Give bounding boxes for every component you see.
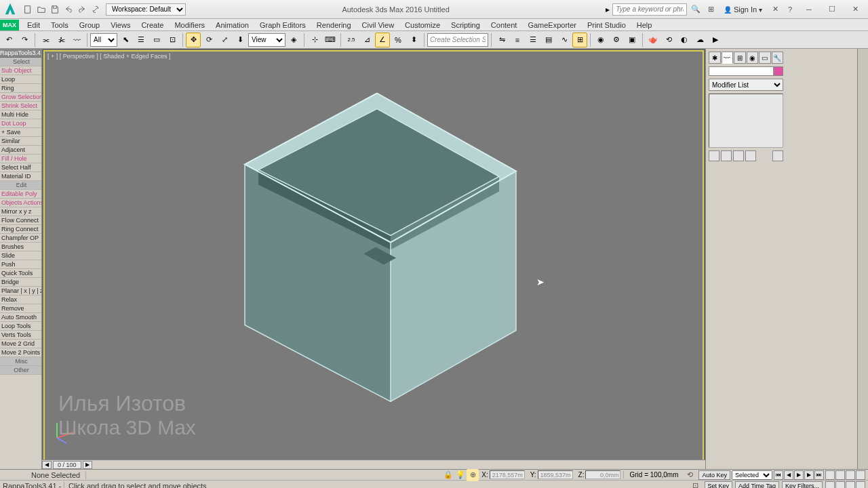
infocenter-icon[interactable]: ▸	[606, 5, 610, 14]
select-rectangle-icon[interactable]: ▭	[149, 33, 164, 47]
left-panel-item[interactable]: Quick Tools	[0, 269, 41, 278]
orbit-icon[interactable]	[846, 470, 855, 480]
goto-start-icon[interactable]: ⏮	[774, 470, 783, 480]
left-panel-item[interactable]: Multi Hide	[0, 110, 41, 119]
left-panel-item[interactable]: Select	[0, 58, 41, 66]
align-icon[interactable]: ≡	[510, 33, 525, 47]
use-pivot-center-icon[interactable]: ◈	[286, 33, 301, 47]
hierarchy-tab-icon[interactable]: ⊞	[734, 52, 746, 64]
menu-civil-view[interactable]: Civil View	[357, 19, 399, 30]
next-frame-icon[interactable]: ▶	[83, 461, 92, 469]
select-move-icon[interactable]: ✥	[186, 33, 201, 47]
left-panel-item[interactable]: Ring	[0, 84, 41, 93]
setkey-button[interactable]: Set Key	[705, 481, 733, 489]
key-filters-button[interactable]: Key Filters...	[782, 481, 823, 489]
left-panel-item[interactable]: Editable Poly	[0, 190, 41, 199]
pin-stack-icon[interactable]	[709, 150, 719, 161]
left-panel-item[interactable]: Select Half	[0, 163, 41, 172]
selection-lock-icon[interactable]: 🔒	[442, 469, 454, 481]
menu-group[interactable]: Group	[74, 19, 106, 30]
modifier-stack[interactable]	[709, 94, 783, 148]
zoom-extents-icon[interactable]	[825, 481, 835, 489]
angle-snap-icon[interactable]: ∠	[375, 33, 390, 47]
time-slider[interactable]: ◀ 0 / 100 ▶	[42, 460, 705, 469]
render-production-icon[interactable]: 🫖	[646, 33, 660, 47]
render-iterative-icon[interactable]: ⟲	[661, 33, 676, 47]
keyboard-shortcut-icon[interactable]: ⌨	[323, 33, 338, 47]
play-icon[interactable]: ▶	[794, 470, 804, 480]
material-editor-icon[interactable]: ◉	[593, 33, 608, 47]
left-panel-item[interactable]: Bridge	[0, 278, 41, 287]
left-panel-item[interactable]: Fill / Hole	[0, 155, 41, 163]
selection-filter-combo[interactable]: All	[90, 33, 117, 47]
activeshade-icon[interactable]: ◐	[677, 33, 692, 47]
x-coord-input[interactable]	[490, 470, 525, 479]
select-manipulate-icon[interactable]: ⊹	[307, 33, 322, 47]
left-panel-item[interactable]: Verts Tools	[0, 331, 41, 340]
menu-graph-editors[interactable]: Graph Editors	[254, 19, 311, 30]
left-panel-item[interactable]: Misc	[0, 357, 41, 366]
menu-modifiers[interactable]: Modifiers	[169, 19, 210, 30]
frame-indicator[interactable]: 0 / 100	[53, 461, 81, 469]
left-panel-item[interactable]: Auto Smooth	[0, 313, 41, 322]
zoom-extents-all-icon[interactable]	[835, 481, 845, 489]
left-panel-item[interactable]: Grow Selection	[0, 93, 41, 102]
menu-animation[interactable]: Animation	[210, 19, 254, 30]
key-filter-select[interactable]: Selected	[732, 470, 772, 480]
left-panel-item[interactable]: Planar | x | y | z	[0, 287, 41, 296]
y-coord-input[interactable]	[538, 470, 573, 479]
snap-2d-icon[interactable]: 2.5	[344, 33, 359, 47]
signin-link[interactable]: 👤 Sign In ▾	[719, 5, 766, 14]
left-panel-item[interactable]: Ring Connect	[0, 225, 41, 234]
menu-customize[interactable]: Customize	[399, 19, 446, 30]
left-panel-item[interactable]: Brushes	[0, 243, 41, 251]
left-panel-item[interactable]: Push	[0, 260, 41, 269]
menu-help[interactable]: Help	[631, 19, 658, 30]
render-setup-icon[interactable]: ⚙	[609, 33, 624, 47]
zoom-icon[interactable]	[835, 470, 845, 480]
menu-rendering[interactable]: Rendering	[311, 19, 357, 30]
select-by-name-icon[interactable]: ☰	[134, 33, 149, 47]
menu-content[interactable]: Content	[486, 19, 523, 30]
render-last-icon[interactable]: ▶	[708, 33, 723, 47]
unlink-icon[interactable]: ⫘̸	[54, 33, 68, 47]
minimize-button[interactable]: ─	[799, 3, 819, 16]
left-panel-item[interactable]: Relax	[0, 296, 41, 304]
show-end-result-icon[interactable]	[721, 150, 732, 161]
create-tab-icon[interactable]: ✱	[709, 52, 721, 64]
prev-frame-icon[interactable]: ◀	[42, 461, 52, 469]
new-file-icon[interactable]	[22, 3, 34, 16]
select-rotate-icon[interactable]: ⟳	[201, 33, 216, 47]
autodesk-account-icon[interactable]: ⊞	[705, 3, 717, 16]
maximize-button[interactable]: ☐	[822, 3, 842, 16]
modifier-list-combo[interactable]: Modifier List	[709, 79, 783, 91]
left-panel-item[interactable]: Remove	[0, 304, 41, 313]
left-panel-item[interactable]: Shrink Select	[0, 102, 41, 110]
autokey-button[interactable]: Auto Key	[698, 470, 730, 480]
link-icon[interactable]	[90, 3, 102, 16]
redo-icon[interactable]: ↷	[17, 33, 32, 47]
motion-tab-icon[interactable]: ◉	[747, 52, 759, 64]
perspective-viewport[interactable]: [ + ] [ Perspective ] [ Shaded + Edged F…	[43, 50, 704, 468]
pan-icon[interactable]	[825, 470, 835, 480]
search-icon[interactable]: 🔍	[690, 3, 702, 16]
display-tab-icon[interactable]: ▭	[759, 52, 771, 64]
next-frame-icon[interactable]: ▶	[804, 470, 814, 480]
snap-3d-icon[interactable]: ⊿	[359, 33, 374, 47]
viewport-label[interactable]: [ + ] [ Perspective ] [ Shaded + Edged F…	[47, 53, 171, 60]
left-panel-item[interactable]: Loop	[0, 75, 41, 84]
layer-manager-icon[interactable]: ☰	[526, 33, 540, 47]
toggle-ribbon-icon[interactable]: ▤	[541, 33, 556, 47]
left-panel-item[interactable]: Loop Tools	[0, 322, 41, 331]
time-config-icon[interactable]: ⊡	[690, 480, 702, 489]
left-panel-item[interactable]: Move 2 Points	[0, 348, 41, 357]
max-toggle-icon[interactable]	[856, 481, 865, 489]
object-name-input[interactable]	[709, 66, 774, 76]
menu-views[interactable]: Views	[105, 19, 136, 30]
ref-coord-system-combo[interactable]: View	[248, 33, 285, 47]
configure-sets-icon[interactable]	[772, 150, 783, 161]
object-color-swatch[interactable]	[774, 66, 783, 76]
application-menu-button[interactable]: MAX	[0, 20, 19, 30]
rendered-frame-icon[interactable]: ▣	[625, 33, 639, 47]
search-input[interactable]	[612, 3, 687, 16]
